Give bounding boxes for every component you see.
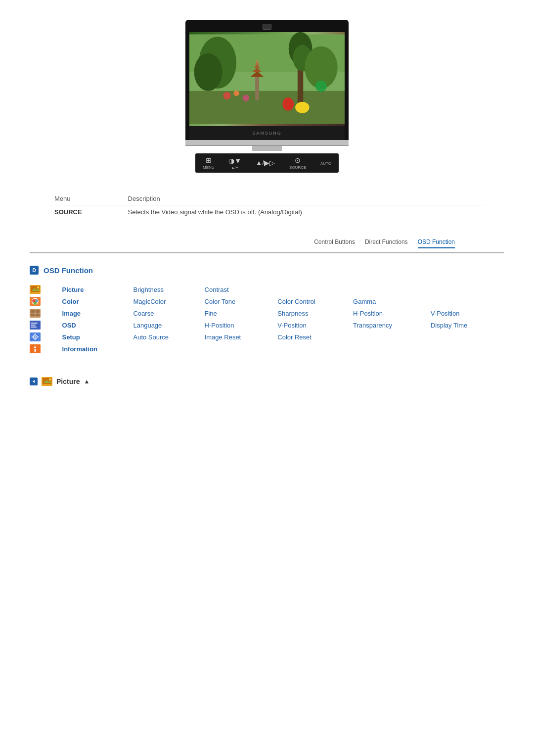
osd-cell-brightness[interactable]: Brightness [133, 284, 204, 295]
svg-point-15 [223, 92, 231, 99]
svg-rect-36 [31, 325, 36, 326]
auto-button[interactable]: AUTO [320, 160, 331, 166]
picture-nav-arrow: ▲ [84, 378, 89, 385]
image-menu-label[interactable]: Image [62, 310, 81, 317]
table-cell-description: Selects the Video signal while the OSD i… [123, 205, 485, 219]
osd-cell-image-label[interactable]: Image [62, 307, 134, 319]
monitor-outer: SAMSUNG [185, 20, 349, 140]
table-col-menu: Menu [49, 192, 123, 205]
osd-cell-imagereset[interactable]: Image Reset [205, 331, 278, 343]
info-icon [30, 344, 41, 353]
volume-button[interactable]: ▲/▶▷ [256, 159, 275, 168]
osd-cell-osd-icon [30, 319, 62, 331]
menu-description-section: Menu Description SOURCE Selects the Vide… [0, 178, 534, 229]
hposition-osd-link[interactable]: H-Position [205, 322, 234, 329]
osd-cell-transparency[interactable]: Transparency [353, 319, 431, 331]
osd-cell-image-icon [30, 307, 62, 319]
osd-cell-magiccolor[interactable]: MagicColor [133, 295, 204, 307]
osd-cell-hposition-img[interactable]: H-Position [353, 307, 431, 319]
osd-cell-osd-label[interactable]: OSD [62, 319, 134, 331]
osd-cell-picture-label[interactable]: Picture [62, 284, 134, 295]
fine-link[interactable]: Fine [205, 310, 217, 317]
color-menu-label[interactable]: Color [62, 298, 79, 305]
brightness-contrast-label: ▲/▼ [231, 166, 239, 169]
autosource-link[interactable]: Auto Source [133, 333, 169, 341]
sharpness-link[interactable]: Sharpness [277, 310, 308, 317]
osd-row-information: Information [30, 343, 504, 355]
osd-cell-displaytime[interactable]: Display Time [431, 319, 504, 331]
menu-button-label: MENU [203, 165, 215, 170]
svg-point-20 [315, 81, 327, 92]
svg-rect-5 [255, 77, 259, 100]
osd-cell-language[interactable]: Language [133, 319, 204, 331]
menu-table: Menu Description SOURCE Selects the Vide… [49, 192, 485, 219]
menu-button[interactable]: ⊞ MENU [203, 156, 215, 170]
displaytime-link[interactable]: Display Time [431, 322, 467, 329]
osd-title-icon: D [30, 266, 39, 275]
osd-cell-picture-icon [30, 284, 62, 295]
monitor-top-bar [189, 24, 345, 30]
svg-point-46 [34, 346, 36, 348]
tab-osd-function[interactable]: OSD Function [418, 238, 455, 248]
table-row: SOURCE Selects the Video signal while th… [49, 205, 485, 219]
table-cell-menu: SOURCE [49, 205, 123, 219]
osd-cell-info-label[interactable]: Information [62, 343, 134, 355]
osd-cell-color-icon [30, 295, 62, 307]
osd-cell-gamma[interactable]: Gamma [353, 295, 431, 307]
magiccolor-link[interactable]: MagicColor [133, 298, 166, 305]
osd-menu-label[interactable]: OSD [62, 322, 76, 329]
coarse-link[interactable]: Coarse [133, 310, 154, 317]
osd-cell-colorreset[interactable]: Color Reset [277, 331, 353, 343]
vposition-image-link[interactable]: V-Position [431, 310, 460, 317]
osd-cell-contrast[interactable]: Contrast [205, 284, 278, 295]
osd-icon-letter: D [32, 268, 36, 273]
osd-cell-coarse[interactable]: Coarse [133, 307, 204, 319]
colorreset-link[interactable]: Color Reset [277, 333, 312, 341]
information-menu-label[interactable]: Information [62, 345, 98, 353]
osd-cell-setup-icon [30, 331, 62, 343]
osd-cell-setup-label[interactable]: Setup [62, 331, 134, 343]
auto-button-label: AUTO [320, 161, 331, 166]
contrast-link[interactable]: Contrast [205, 286, 229, 293]
svg-rect-47 [35, 349, 36, 352]
hposition-image-link[interactable]: H-Position [353, 310, 383, 317]
osd-cell-color-label[interactable]: Color [62, 295, 134, 307]
transparency-link[interactable]: Transparency [353, 322, 392, 329]
gamma-link[interactable]: Gamma [353, 298, 376, 305]
svg-rect-37 [31, 327, 37, 328]
brightness-link[interactable]: Brightness [133, 286, 163, 293]
tab-control-buttons[interactable]: Control Buttons [314, 238, 355, 247]
osd-cell-hposition-osd[interactable]: H-Position [205, 319, 278, 331]
tab-direct-functions[interactable]: Direct Functions [365, 238, 408, 247]
vposition-osd-link[interactable]: V-Position [277, 322, 307, 329]
osd-row-color: Color MagicColor Color Tone Color Contro… [30, 295, 504, 307]
svg-rect-2 [189, 91, 345, 124]
setup-menu-label[interactable]: Setup [62, 333, 80, 341]
brightness-contrast-button[interactable]: ◑▼ ▲/▼ [228, 157, 241, 169]
monitor-stand-top [185, 140, 349, 146]
osd-cell-sharpness[interactable]: Sharpness [277, 307, 353, 319]
colortone-link[interactable]: Color Tone [205, 298, 236, 305]
svg-point-24 [37, 286, 39, 288]
menu-icon: ⊞ [206, 156, 212, 164]
osd-cell-vposition-osd[interactable]: V-Position [277, 319, 353, 331]
language-link[interactable]: Language [133, 322, 162, 329]
source-button[interactable]: ⊙ SOURCE [289, 156, 306, 170]
monitor-top-button [263, 24, 271, 30]
imagereset-link[interactable]: Image Reset [205, 333, 241, 341]
color-icon [30, 297, 41, 306]
osd-cell-colorcontrol[interactable]: Color Control [277, 295, 353, 307]
picture-menu-label[interactable]: Picture [62, 286, 84, 293]
svg-point-28 [35, 299, 38, 302]
osd-cell-autosource[interactable]: Auto Source [133, 331, 204, 343]
source-icon: ⊙ [295, 156, 301, 164]
image-icon [30, 309, 41, 318]
osd-cell-vposition-img[interactable]: V-Position [431, 307, 504, 319]
volume-icon: ▲/▶▷ [256, 159, 275, 167]
source-button-label: SOURCE [289, 165, 306, 170]
colorcontrol-link[interactable]: Color Control [277, 298, 315, 305]
setup-icon [30, 332, 41, 341]
osd-cell-fine[interactable]: Fine [205, 307, 278, 319]
nav-prev-icon[interactable] [30, 378, 38, 385]
osd-cell-colortone[interactable]: Color Tone [205, 295, 278, 307]
